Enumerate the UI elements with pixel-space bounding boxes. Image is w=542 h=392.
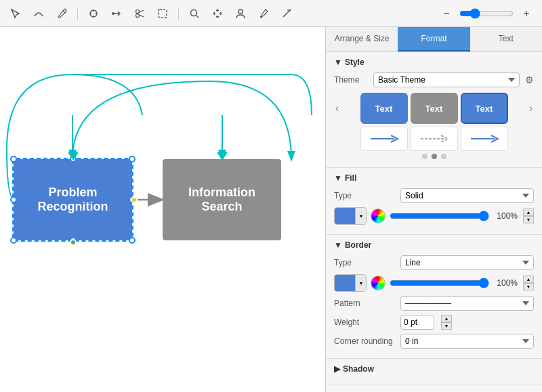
- handle-ml[interactable]: [10, 196, 17, 203]
- zoom-in-button[interactable]: +: [516, 4, 537, 23]
- make-same-section: ▶ Make Same Attributes: [326, 385, 542, 392]
- svg-point-2: [136, 9, 140, 13]
- border-corner-select[interactable]: 0 in 0.1 in 0.2 in 0.5 in: [400, 334, 534, 349]
- connector-tool[interactable]: [106, 4, 127, 23]
- border-weight-up[interactable]: ▲: [441, 315, 452, 322]
- fill-opacity-up[interactable]: ▲: [523, 209, 534, 216]
- border-color-swatch[interactable]: [335, 275, 355, 291]
- tab-arrange[interactable]: Arrange & Size: [326, 27, 398, 51]
- svg-point-5: [191, 9, 197, 16]
- border-color-dropdown-btn[interactable]: ▾: [355, 275, 366, 291]
- transform-tool[interactable]: [83, 4, 104, 23]
- thumb-next-button[interactable]: ›: [528, 102, 534, 114]
- style-section: ▼ Style Theme Basic Theme Dark Theme Lig…: [326, 52, 542, 168]
- dot-1[interactable]: [422, 154, 428, 159]
- fill-section: ▼ Fill Type Solid Linear Gradient Radial…: [326, 168, 542, 235]
- separator1: [77, 7, 78, 20]
- fill-color-picker-btn[interactable]: [371, 209, 385, 223]
- person-tool[interactable]: [230, 4, 251, 23]
- right-panel: Arrange & Size Format Text ▼ Style Theme…: [325, 27, 542, 392]
- fill-color-row: ▾ 100% ▲ ▼: [334, 207, 534, 225]
- fill-section-header[interactable]: ▼ Fill: [334, 173, 534, 183]
- node-information-search[interactable]: Information Search: [163, 159, 281, 240]
- arrow-thumb-2[interactable]: [411, 127, 458, 151]
- handle-tl[interactable]: [10, 156, 17, 162]
- svg-point-3: [136, 14, 140, 17]
- fill-color-swatch[interactable]: [335, 208, 355, 224]
- svg-point-6: [238, 9, 243, 14]
- node2-label: Information Search: [188, 186, 255, 214]
- thumb-style-1[interactable]: Text: [360, 93, 408, 124]
- theme-select[interactable]: Basic Theme Dark Theme Light Theme: [373, 72, 520, 87]
- connector-indicator-right[interactable]: [131, 196, 138, 203]
- border-pattern-row: Pattern ──────── - - - - - · · · · ·: [334, 296, 534, 311]
- magic-tool[interactable]: [276, 4, 297, 23]
- svg-rect-4: [159, 9, 167, 18]
- zoom-out-button[interactable]: −: [436, 4, 457, 23]
- dot-2[interactable]: [432, 154, 437, 159]
- connector-indicator-bottom[interactable]: [70, 239, 77, 246]
- border-weight-label: Weight: [334, 318, 395, 327]
- scissors-tool[interactable]: [129, 4, 150, 23]
- zoom-minus-icon: −: [443, 7, 449, 20]
- fill-type-select[interactable]: Solid Linear Gradient Radial Gradient No…: [400, 188, 534, 203]
- fill-collapse-arrow: ▼: [334, 173, 342, 183]
- border-type-select[interactable]: Line Dashed Dotted None: [400, 255, 534, 270]
- select-tool[interactable]: [5, 4, 26, 23]
- arrow-thumb-1[interactable]: [360, 127, 408, 151]
- fill-opacity-stepper: ▲ ▼: [523, 209, 534, 223]
- border-corner-row: Corner rounding 0 in 0.1 in 0.2 in 0.5 i…: [334, 334, 534, 349]
- border-section-header[interactable]: ▼ Border: [334, 240, 534, 250]
- node-problem-recognition[interactable]: Problem Recognition: [14, 159, 132, 240]
- border-opacity-slider[interactable]: [390, 278, 489, 288]
- border-weight-input[interactable]: [400, 315, 434, 330]
- fill-opacity-value: 100%: [493, 211, 518, 221]
- arrow-thumbs-row: [342, 127, 526, 151]
- border-weight-down[interactable]: ▼: [441, 322, 452, 330]
- fill-color-swatch-group: ▾: [334, 207, 367, 225]
- fill-type-row: Type Solid Linear Gradient Radial Gradie…: [334, 188, 534, 203]
- border-type-row: Type Line Dashed Dotted None: [334, 255, 534, 270]
- border-color-picker-btn[interactable]: [371, 276, 385, 290]
- style-collapse-arrow: ▼: [334, 58, 342, 67]
- handle-tr[interactable]: [129, 156, 136, 162]
- handle-bl[interactable]: [10, 237, 17, 244]
- shadow-section-header[interactable]: ▶ Shadow: [334, 364, 534, 374]
- border-pattern-select[interactable]: ──────── - - - - - · · · · ·: [400, 296, 534, 311]
- fill-section-label: Fill: [345, 173, 356, 183]
- separator2: [178, 7, 179, 20]
- thumbnails-row: ‹ Text Text Text ›: [334, 93, 534, 124]
- search-view-tool[interactable]: [184, 4, 205, 23]
- svg-point-7: [260, 16, 262, 18]
- style-section-label: Style: [345, 58, 364, 67]
- canvas[interactable]: Problem Recognition Information Search: [0, 27, 325, 392]
- border-opacity-value: 100%: [493, 278, 518, 288]
- thumb-style-3[interactable]: Text: [461, 93, 508, 124]
- curve-tool[interactable]: [28, 4, 49, 23]
- eyedrop-tool[interactable]: [253, 4, 274, 23]
- border-section: ▼ Border Type Line Dashed Dotted None ▾: [326, 235, 542, 359]
- shape-tool[interactable]: [152, 4, 173, 23]
- handle-br[interactable]: [129, 237, 136, 244]
- pen-tool[interactable]: [51, 4, 72, 23]
- border-weight-row: Weight ▲ ▼: [334, 315, 534, 330]
- thumb-style-2[interactable]: Text: [411, 93, 458, 124]
- dot-3[interactable]: [441, 154, 446, 159]
- toolbar: − +: [0, 0, 542, 27]
- node1-label: Problem Recognition: [38, 186, 108, 214]
- zoom-slider[interactable]: [459, 8, 514, 19]
- tab-format[interactable]: Format: [398, 27, 470, 51]
- teal-triangle-node2: [217, 152, 228, 160]
- fill-opacity-slider[interactable]: [390, 211, 489, 221]
- fill-color-dropdown-btn[interactable]: ▾: [355, 208, 366, 224]
- theme-gear-icon[interactable]: ⚙: [525, 74, 534, 85]
- border-opacity-down[interactable]: ▼: [523, 283, 534, 290]
- theme-row: Theme Basic Theme Dark Theme Light Theme…: [334, 72, 534, 87]
- fill-opacity-down[interactable]: ▼: [523, 216, 534, 223]
- arrow-thumb-3[interactable]: [461, 127, 508, 151]
- thumb-prev-button[interactable]: ‹: [334, 102, 340, 114]
- style-section-header[interactable]: ▼ Style: [334, 58, 534, 67]
- border-opacity-up[interactable]: ▲: [523, 276, 534, 283]
- tab-text[interactable]: Text: [470, 27, 542, 51]
- pan-tool[interactable]: [207, 4, 228, 23]
